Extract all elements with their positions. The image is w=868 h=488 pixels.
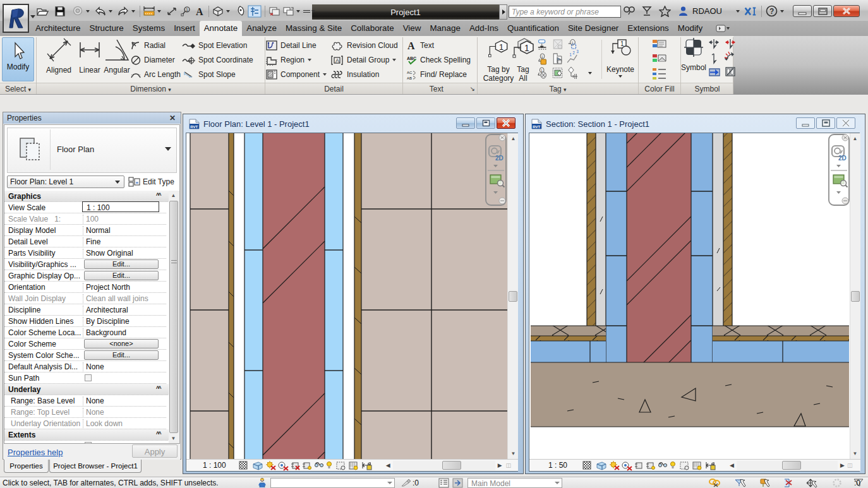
svg-text:1: 1: [499, 42, 503, 52]
svg-text:1: 1: [569, 52, 572, 57]
svg-text:?: ?: [769, 7, 774, 16]
svg-text:2D: 2D: [495, 155, 503, 162]
svg-text:1: 1: [541, 55, 543, 59]
svg-text:AC: AC: [407, 71, 413, 74]
svg-text:A: A: [196, 6, 203, 16]
svg-text:1: 1: [186, 8, 188, 12]
svg-text:1: 1: [620, 40, 624, 47]
svg-text:3: 3: [576, 49, 579, 54]
svg-text:1: 1: [524, 43, 529, 53]
svg-text:RVT: RVT: [190, 124, 198, 128]
svg-text:A: A: [335, 57, 339, 64]
svg-text:RVT: RVT: [533, 124, 540, 128]
svg-text:2D: 2D: [838, 155, 847, 162]
svg-text:2: 2: [573, 51, 576, 56]
svg-text:A: A: [407, 40, 415, 51]
svg-text:AB: AB: [407, 76, 412, 80]
